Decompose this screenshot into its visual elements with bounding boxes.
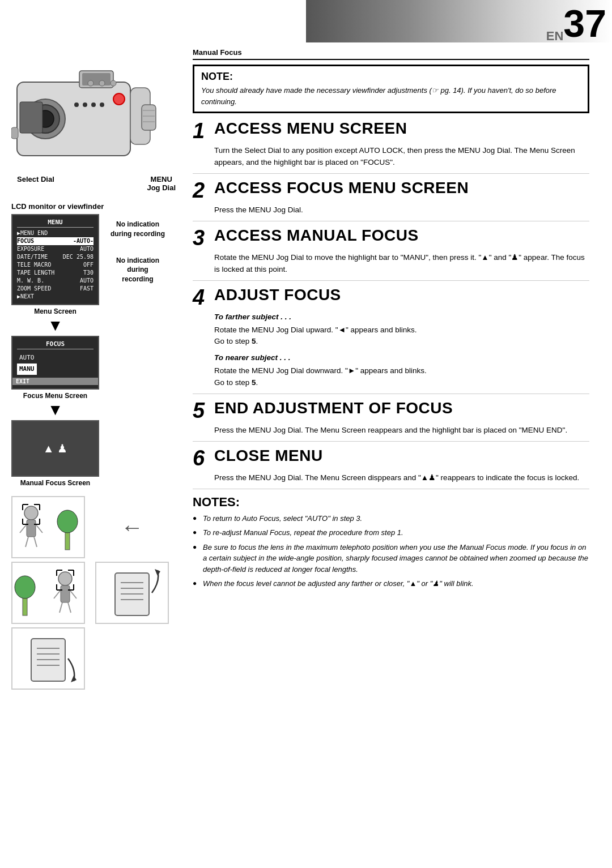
- manual-focus-screen-label: Manual Focus Screen: [20, 479, 90, 487]
- step-3-block: 3 ACCESS MANUAL FOCUS Rotate the MENU Jo…: [193, 227, 589, 281]
- step-5-content: Press the MENU Jog Dial. The Menu Screen…: [214, 425, 589, 437]
- lcd-title: LCD monitor or viewfinder: [11, 202, 181, 211]
- svg-point-9: [113, 93, 125, 105]
- menu-row-date: DATE/TIMEDEC 25.98: [17, 253, 94, 261]
- manual-focus-icons: ▲ ♟: [43, 442, 67, 455]
- note-item-2: To re-adjust Manual Focus, repeat the pr…: [193, 527, 589, 538]
- svg-point-10: [74, 102, 79, 107]
- step-6-block: 6 CLOSE MENU Press the MENU Jog Dial. Th…: [193, 447, 589, 489]
- svg-point-13: [100, 102, 104, 107]
- step-5-heading: 5 END ADJUSTMENT OF FOCUS: [193, 400, 589, 421]
- illus-zoom-in: [95, 562, 169, 624]
- step-4-title: ADJUST FOCUS: [214, 287, 341, 304]
- illus-zoom-out: [11, 627, 85, 690]
- svg-marker-65: [71, 675, 76, 682]
- step-4-heading: 4 ADJUST FOCUS: [193, 287, 589, 308]
- step-4-content: To farther subject . . . Rotate the MENU…: [214, 311, 589, 390]
- step-3-content: Rotate the MENU Jog Dial to move the hig…: [214, 252, 589, 276]
- step-3-heading: 3 ACCESS MANUAL FOCUS: [193, 227, 589, 249]
- focus-manu: MANU: [17, 364, 37, 375]
- section-title: Manual Focus: [193, 48, 589, 60]
- svg-point-38: [58, 572, 72, 585]
- menu-row-end: ▶MENU END: [17, 229, 94, 237]
- illustrations: ←: [11, 496, 176, 690]
- focus-screen: FOCUS AUTO MANU EXIT: [11, 336, 99, 390]
- camera-svg: [11, 54, 159, 167]
- note-item-3: Be sure to focus the lens in the maximum…: [193, 542, 589, 575]
- menu-row-focus: FOCUS-AUTO-: [17, 237, 94, 245]
- notes-list: To return to Auto Focus, select "AUTO" i…: [193, 513, 589, 589]
- step-6-number: 6: [193, 447, 209, 469]
- menu-screen-label: Menu Screen: [34, 307, 76, 315]
- svg-point-12: [91, 102, 96, 107]
- jog-dial-label: Jog Dial: [147, 183, 176, 192]
- svg-point-29: [57, 510, 78, 533]
- svg-line-42: [60, 602, 62, 613]
- exit-bar: EXIT: [12, 378, 98, 385]
- focus-auto: AUTO: [17, 352, 94, 364]
- notes-label: NOTES:: [193, 495, 589, 510]
- arrow-lr-icon: ←: [121, 516, 143, 538]
- en-label: EN: [546, 30, 564, 42]
- left-column: Select Dial MENU Jog Dial LCD monitor or…: [11, 48, 181, 690]
- step-5-title: END ADJUSTMENT OF FOCUS: [214, 400, 453, 417]
- step-6-content: Press the MENU Jog Dial. The Menu Screen…: [214, 472, 589, 484]
- svg-rect-17: [11, 127, 18, 139]
- menu-row-tele: TELE MACROOFF: [17, 261, 94, 269]
- step-4-block: 4 ADJUST FOCUS To farther subject . . . …: [193, 287, 589, 395]
- step-2-heading: 2 ACCESS FOCUS MENU SCREEN: [193, 179, 589, 201]
- svg-line-27: [34, 537, 37, 547]
- menu-row-zoom: ZOOM SPEEDFAST: [17, 285, 94, 293]
- illus-arrow: ←: [95, 496, 169, 558]
- svg-point-6: [88, 80, 94, 86]
- note-item-1: To return to Auto Focus, select "AUTO" i…: [193, 513, 589, 524]
- no-indication-2: No indicationduringrecording: [110, 256, 165, 284]
- svg-rect-39: [61, 585, 70, 602]
- step-2-block: 2 ACCESS FOCUS MENU SCREEN Press the MEN…: [193, 179, 589, 221]
- no-indication-1: No indicationduring recording: [110, 220, 165, 239]
- focus-screen-label: Focus Menu Screen: [23, 392, 87, 400]
- illus-far-person: [11, 562, 85, 624]
- svg-rect-5: [82, 73, 110, 85]
- svg-point-22: [24, 506, 38, 520]
- notes-section: NOTES: To return to Auto Focus, select "…: [193, 495, 589, 589]
- step-6-heading: 6 CLOSE MENU: [193, 447, 589, 469]
- svg-marker-59: [155, 569, 160, 576]
- svg-point-45: [15, 576, 35, 598]
- select-dial-label: Select Dial: [17, 175, 54, 192]
- svg-point-7: [99, 80, 105, 86]
- step-2-content: Press the MENU Jog Dial.: [214, 204, 589, 216]
- illus-near-person: [11, 496, 85, 558]
- svg-line-26: [26, 537, 28, 547]
- arrow-down-2: ▼: [48, 402, 63, 418]
- svg-rect-16: [20, 102, 42, 133]
- svg-line-41: [70, 590, 76, 598]
- camera-illustration: [11, 48, 176, 173]
- step-3-title: ACCESS MANUAL FOCUS: [214, 227, 419, 245]
- step-1-block: 1 ACCESS MENU SCREEN Turn the Select Dia…: [193, 120, 589, 174]
- menu-screen: MENU ▶MENU END FOCUS-AUTO- EXPOSUREAUTO …: [11, 214, 99, 305]
- arrow-down-1: ▼: [48, 318, 63, 333]
- step-3-number: 3: [193, 227, 209, 249]
- page-number: 37: [563, 4, 606, 42]
- note-text: You should already have made the necessa…: [201, 86, 556, 106]
- svg-point-8: [110, 80, 116, 86]
- step-5-number: 5: [193, 400, 209, 421]
- menu-row-mwb: M. W. B.AUTO: [17, 277, 94, 285]
- side-notes: No indicationduring recording No indicat…: [110, 214, 165, 284]
- svg-line-40: [54, 590, 61, 598]
- step-1-heading: 1 ACCESS MENU SCREEN: [193, 120, 589, 142]
- svg-line-25: [36, 524, 42, 533]
- menu-row-exposure: EXPOSUREAUTO: [17, 245, 94, 253]
- svg-line-24: [20, 524, 27, 533]
- lcd-section: LCD monitor or viewfinder MENU ▶MENU END…: [11, 202, 181, 487]
- note-box: NOTE: You should already have made the n…: [193, 65, 589, 113]
- step-4-number: 4: [193, 287, 209, 308]
- step-4-sub2-content: Rotate the MENU Jog Dial downward. "►" a…: [214, 365, 589, 389]
- header-bar: EN 37: [306, 0, 612, 42]
- svg-point-11: [83, 102, 87, 107]
- menu-row-next: ▶NEXT: [17, 293, 94, 301]
- step-1-content: Turn the Select Dial to any position exc…: [214, 145, 589, 169]
- right-column: Manual Focus NOTE: You should already ha…: [193, 48, 601, 593]
- menu-row-tape: TAPE LENGTHT30: [17, 269, 94, 277]
